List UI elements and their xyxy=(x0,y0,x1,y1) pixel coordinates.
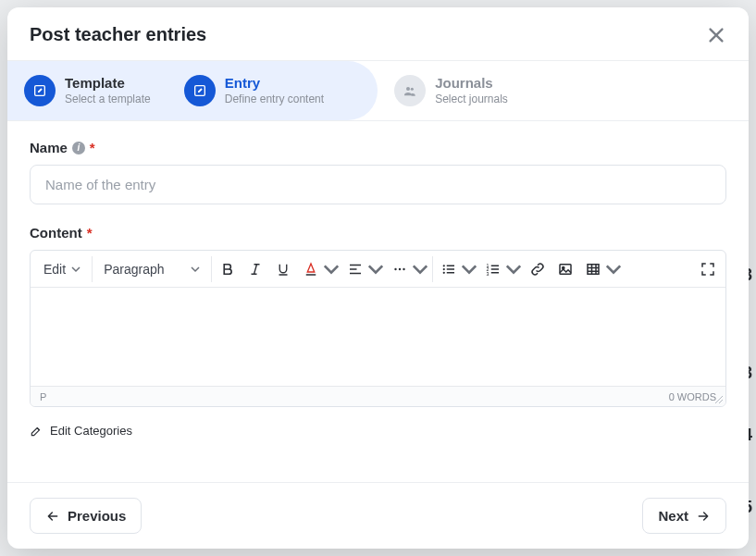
numbered-list-button[interactable]: 123 xyxy=(479,254,503,284)
image-button[interactable] xyxy=(552,254,579,284)
resize-handle-icon[interactable] xyxy=(714,395,724,404)
fullscreen-button[interactable] xyxy=(694,254,722,284)
bullet-list-button[interactable] xyxy=(435,254,459,284)
step-label: Entry xyxy=(225,76,324,92)
content-label-row: Content * xyxy=(30,225,726,241)
editor-content-area[interactable] xyxy=(31,288,725,386)
step-label: Template xyxy=(65,76,151,92)
svg-point-9 xyxy=(443,267,445,269)
pencil-icon xyxy=(30,425,43,438)
name-label: Name xyxy=(30,140,68,155)
chevron-down-icon xyxy=(367,261,384,278)
info-icon[interactable]: i xyxy=(72,142,85,154)
chevron-down-icon xyxy=(605,261,622,278)
modal-title: Post teacher entries xyxy=(30,24,206,45)
toolbar-edit-label: Edit xyxy=(43,262,66,277)
toolbar-edit-menu[interactable]: Edit xyxy=(34,254,90,284)
editor-toolbar: Edit Paragraph xyxy=(31,251,725,288)
svg-point-6 xyxy=(399,267,401,269)
previous-label: Previous xyxy=(68,508,126,524)
chevron-down-icon xyxy=(71,265,81,274)
element-path[interactable]: P xyxy=(40,391,46,402)
svg-point-10 xyxy=(443,271,445,273)
separator xyxy=(92,256,93,282)
link-button[interactable] xyxy=(524,254,552,284)
step-desc: Select a template xyxy=(65,93,151,105)
separator xyxy=(432,256,433,282)
text-color-button[interactable] xyxy=(297,254,321,284)
users-icon xyxy=(394,75,426,106)
chevron-down-icon xyxy=(505,261,522,278)
svg-point-2 xyxy=(406,87,410,91)
svg-point-8 xyxy=(443,265,445,266)
next-label: Next xyxy=(658,508,688,524)
edit-categories-label: Edit Categories xyxy=(50,424,132,438)
modal-body: Name i * Content * Edit Paragraph xyxy=(7,121,749,482)
step-desc: Define entry content xyxy=(225,93,324,105)
name-label-row: Name i * xyxy=(30,140,726,155)
svg-rect-4 xyxy=(306,274,316,276)
step-template[interactable]: Template Select a template xyxy=(7,61,167,120)
svg-point-3 xyxy=(411,88,414,91)
post-teacher-entries-modal: Post teacher entries Template Select a t… xyxy=(7,7,749,549)
table-button[interactable] xyxy=(579,254,603,284)
bullet-list-dropdown[interactable] xyxy=(459,254,479,284)
arrow-left-icon xyxy=(45,509,60,524)
editor-status-bar: P 0 WORDS xyxy=(31,386,725,406)
italic-button[interactable] xyxy=(242,254,269,284)
edit-categories-button[interactable]: Edit Categories xyxy=(30,424,132,438)
underline-button[interactable] xyxy=(269,254,297,284)
step-journals[interactable]: Journals Select journals xyxy=(378,61,525,120)
wizard-completed-group: Template Select a template Entry Define … xyxy=(7,61,378,120)
required-marker: * xyxy=(90,140,95,155)
chevron-down-icon xyxy=(191,265,200,274)
edit-icon xyxy=(184,75,216,106)
text-color-dropdown[interactable] xyxy=(321,254,341,284)
step-label: Journals xyxy=(435,76,508,92)
chevron-down-icon xyxy=(461,261,477,278)
toolbar-block-format[interactable]: Paragraph xyxy=(94,262,209,277)
rich-text-editor: Edit Paragraph xyxy=(30,250,726,407)
more-button[interactable] xyxy=(386,254,410,284)
previous-button[interactable]: Previous xyxy=(30,498,142,534)
chevron-down-icon xyxy=(323,261,340,278)
entry-name-input[interactable] xyxy=(30,165,726,204)
block-format-label: Paragraph xyxy=(104,262,164,277)
close-button[interactable] xyxy=(706,25,726,45)
content-label: Content xyxy=(30,225,82,241)
separator xyxy=(211,256,212,282)
chevron-down-icon xyxy=(412,261,428,278)
close-icon xyxy=(706,25,726,45)
wizard-steps: Template Select a template Entry Define … xyxy=(7,60,749,121)
arrow-right-icon xyxy=(696,509,711,524)
word-count: 0 WORDS xyxy=(669,391,716,402)
bold-button[interactable] xyxy=(214,254,242,284)
more-dropdown[interactable] xyxy=(410,254,430,284)
svg-rect-16 xyxy=(588,264,599,274)
align-button[interactable] xyxy=(341,254,366,284)
svg-rect-14 xyxy=(560,264,571,274)
step-desc: Select journals xyxy=(435,93,508,105)
svg-text:3: 3 xyxy=(487,270,490,276)
numbered-list-dropdown[interactable] xyxy=(503,254,524,284)
modal-header: Post teacher entries xyxy=(7,7,749,60)
align-dropdown[interactable] xyxy=(366,254,386,284)
edit-icon xyxy=(24,75,56,106)
table-dropdown[interactable] xyxy=(603,254,624,284)
svg-point-5 xyxy=(394,267,396,269)
svg-point-7 xyxy=(403,267,404,269)
next-button[interactable]: Next xyxy=(642,498,726,534)
modal-footer: Previous Next xyxy=(7,482,749,549)
required-marker: * xyxy=(87,225,93,241)
step-entry[interactable]: Entry Define entry content xyxy=(167,61,341,120)
